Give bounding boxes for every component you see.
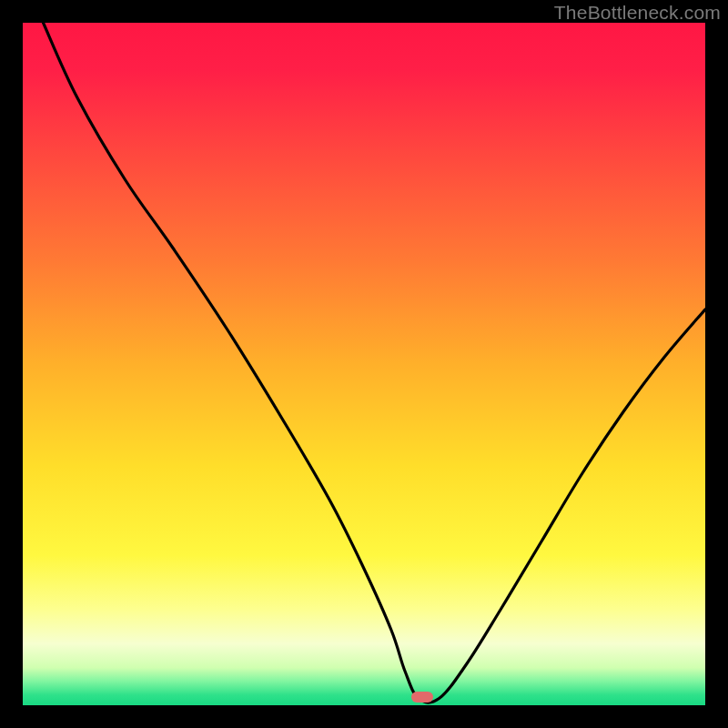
watermark-text: TheBottleneck.com — [554, 2, 721, 24]
chart-frame: { "watermark": "TheBottleneck.com", "plo… — [0, 0, 728, 728]
bottleneck-curve — [23, 23, 705, 705]
plot-area — [23, 23, 705, 705]
optimum-marker — [411, 692, 433, 703]
